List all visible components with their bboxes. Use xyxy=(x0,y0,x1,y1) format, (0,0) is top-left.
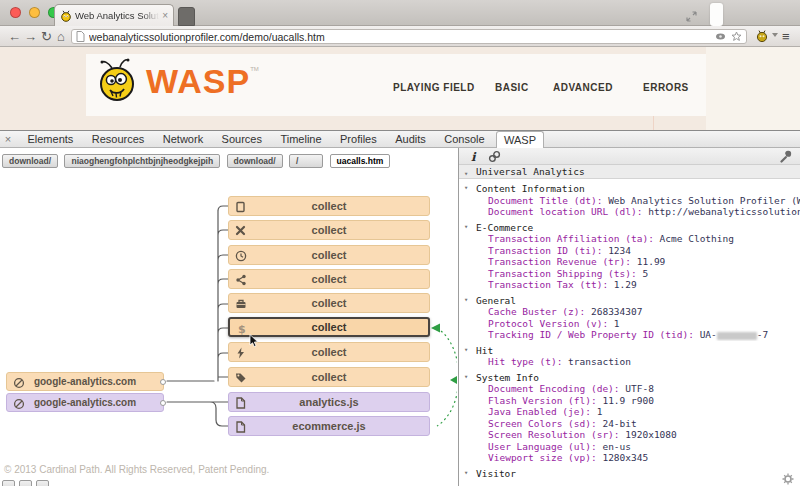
forward-icon[interactable]: → xyxy=(24,27,37,46)
link-icon[interactable] xyxy=(488,150,501,163)
home-icon[interactable]: ⌂ xyxy=(57,27,65,46)
section-hit[interactable]: ▾ Hit xyxy=(459,345,800,357)
frame-tab-root[interactable]: / xyxy=(289,154,323,168)
detail-row: Hit type (t): transaction xyxy=(459,356,800,368)
page-right-panel xyxy=(706,47,800,130)
detail-key: Transaction Affiliation (ta): xyxy=(488,233,654,244)
close-window-button[interactable] xyxy=(10,7,21,18)
detail-value: 1.29 xyxy=(614,279,637,290)
devtools-tab-sources[interactable]: Sources xyxy=(215,131,269,147)
wasp-logo[interactable]: WASP TM xyxy=(98,58,259,104)
tree-node-analytics-js[interactable]: analytics.js xyxy=(228,392,430,412)
tree-node-label: collect xyxy=(312,297,347,309)
second-tab-stub[interactable] xyxy=(178,7,195,26)
disclosure-triangle-icon[interactable]: ▾ xyxy=(464,372,468,384)
devtools-tab-resources[interactable]: Resources xyxy=(85,131,152,147)
disclosure-triangle-icon[interactable]: ▾ xyxy=(464,345,468,357)
detail-row: Transaction Shipping (ts): 5 xyxy=(459,268,800,280)
nav-advanced[interactable]: ADVANCED xyxy=(553,82,613,93)
detail-key: Transaction Tax (tt): xyxy=(488,279,608,290)
detail-key: Transaction Revenue (tr): xyxy=(488,256,631,267)
devtools-tab-profiles[interactable]: Profiles xyxy=(333,131,384,147)
detail-row: Document Encoding (de): UTF-8 xyxy=(459,383,800,395)
info-icon[interactable]: i xyxy=(470,150,478,163)
devtools-tab-timeline[interactable]: Timeline xyxy=(273,131,328,147)
tree-node-label: ecommerce.js xyxy=(292,420,365,432)
section-title: Hit xyxy=(476,345,493,356)
mouse-cursor xyxy=(249,334,259,348)
frame-tab-download-1[interactable]: download/ xyxy=(2,154,58,168)
frame-tabs: download/ niaoghengfohplchtbjnjheodgkejp… xyxy=(2,150,392,168)
detail-title-row[interactable]: ▾ Universal Analytics xyxy=(459,165,800,179)
tree-node-ecommerce-js[interactable]: ecommerce.js xyxy=(228,416,430,436)
svg-text:i: i xyxy=(471,150,477,163)
frame-tab-download-2[interactable]: download/ xyxy=(227,154,283,168)
devtools-tab-audits[interactable]: Audits xyxy=(388,131,433,147)
source-node-google-analytics[interactable]: google-analytics.com xyxy=(6,393,164,412)
source-node-label: google-analytics.com xyxy=(34,376,136,387)
detail-value: Web Analytics Solution Profiler (WASP) … xyxy=(608,195,800,206)
detail-value: UA- xyxy=(700,329,717,340)
devtools-tab-bar: × Elements Resources Network Sources Tim… xyxy=(0,131,800,148)
tree-node-collect[interactable]: collect xyxy=(228,367,430,387)
section-content-information[interactable]: ▾ Content Information xyxy=(459,183,800,195)
tree-node-collect[interactable]: collect xyxy=(228,220,430,240)
page-icon xyxy=(76,31,85,42)
devtools-tab-console[interactable]: Console xyxy=(437,131,491,147)
tree-node-collect[interactable]: collect xyxy=(228,196,430,216)
tree-node-collect[interactable]: collect xyxy=(228,293,430,313)
section-general[interactable]: ▾ General xyxy=(459,295,800,307)
address-bar[interactable]: webanalyticssolutionprofiler.com/demo/ua… xyxy=(71,29,747,44)
source-node-google-analytics[interactable]: google-analytics.com xyxy=(6,372,164,391)
detail-value: 1 xyxy=(597,406,603,417)
bee-extension-icon[interactable] xyxy=(755,29,769,47)
gear-icon[interactable] xyxy=(782,473,794,485)
devtools-tab-elements[interactable]: Elements xyxy=(20,131,80,147)
detail-row: Viewport size (vp): 1280x345 xyxy=(459,452,800,464)
disclosure-triangle-icon[interactable]: ▾ xyxy=(464,183,468,195)
stub-icon[interactable] xyxy=(19,480,32,486)
detail-value: en-us xyxy=(602,441,631,452)
disclosure-triangle-icon[interactable]: ▾ xyxy=(464,295,468,307)
detail-key: Transaction ID (ti): xyxy=(488,245,602,256)
page-icon xyxy=(234,200,247,213)
source-node-label: google-analytics.com xyxy=(34,397,136,408)
section-visitor[interactable]: ▾ Visitor xyxy=(459,468,800,480)
file-icon xyxy=(234,396,247,409)
minimize-window-button[interactable] xyxy=(29,7,40,18)
bottom-toolbar-stub xyxy=(2,480,49,486)
chevron-down-icon[interactable] xyxy=(772,33,778,37)
section-system-info[interactable]: ▾ System Info xyxy=(459,372,800,384)
tab-close-icon[interactable]: × xyxy=(162,11,168,21)
nav-basic[interactable]: BASIC xyxy=(495,82,529,93)
disclosure-triangle-icon[interactable]: ▾ xyxy=(464,222,468,234)
section-ecommerce[interactable]: ▾ E-Commerce xyxy=(459,222,800,234)
section-title: Content Information xyxy=(476,183,585,194)
frame-tab-extension[interactable]: niaoghengfohplchtbjnjheodgkejpih xyxy=(64,154,220,168)
devtools-close-icon[interactable]: × xyxy=(0,131,16,147)
devtools-tab-wasp[interactable]: WASP xyxy=(496,131,544,149)
bookmark-star-icon[interactable] xyxy=(731,31,742,42)
browser-tab[interactable]: Web Analytics Solution Pr × xyxy=(54,4,174,26)
tree-node-collect[interactable]: collect xyxy=(228,245,430,265)
stub-icon[interactable] xyxy=(36,480,49,486)
disclosure-triangle-icon[interactable]: ▾ xyxy=(464,468,468,480)
tree-node-collect[interactable]: collect xyxy=(228,269,430,289)
relation-arc xyxy=(437,328,457,426)
back-icon[interactable]: ← xyxy=(8,27,21,46)
detail-value: 11.9 r900 xyxy=(602,395,653,406)
blocked-globe-icon xyxy=(12,376,25,389)
reload-icon[interactable]: ↻ xyxy=(41,27,52,46)
stub-icon[interactable] xyxy=(2,480,15,486)
frame-tab-uacalls[interactable]: uacalls.htm xyxy=(330,154,391,168)
tree-node-label: analytics.js xyxy=(299,396,358,408)
eye-icon[interactable] xyxy=(715,32,726,41)
wrench-icon[interactable] xyxy=(779,150,792,163)
url-text[interactable]: webanalyticssolutionprofiler.com/demo/ua… xyxy=(89,31,710,43)
nav-playing-field[interactable]: PLAYING FIELD xyxy=(393,82,475,93)
nav-errors[interactable]: ERRORS xyxy=(643,82,689,93)
menu-icon[interactable]: ≡ xyxy=(782,27,790,46)
expand-arrows-icon[interactable] xyxy=(686,11,697,22)
devtools-tab-network[interactable]: Network xyxy=(156,131,210,147)
briefcase-icon xyxy=(234,297,247,310)
